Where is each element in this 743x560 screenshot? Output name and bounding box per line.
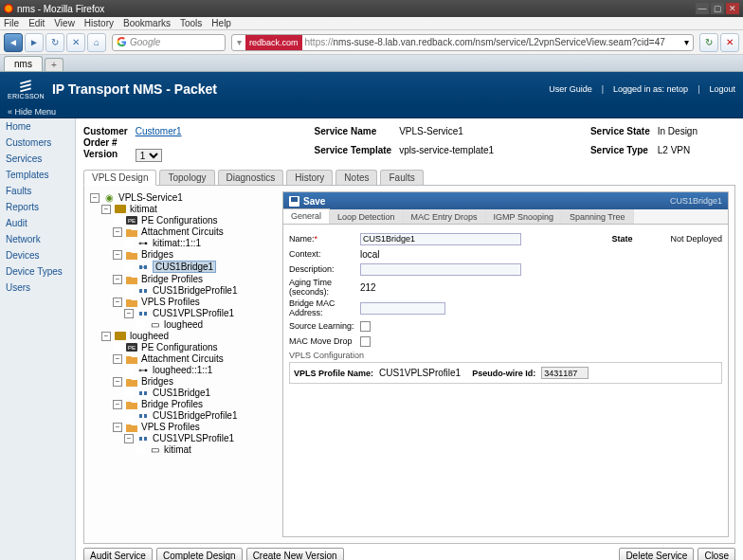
form-tab-loop[interactable]: Loop Detection [330,209,404,224]
tree-expander[interactable]: − [113,275,122,284]
menu-bookmarks[interactable]: Bookmarks [123,18,171,28]
name-input[interactable] [360,233,521,245]
form-tab-general[interactable]: General [283,208,330,224]
complete-design-button[interactable]: Complete Design [156,548,243,560]
tab-diagnostics[interactable]: Diagnostics [218,170,284,185]
tree-expander[interactable]: − [101,205,111,214]
sidebar-item-device-types[interactable]: Device Types [0,263,75,280]
close-button[interactable]: Close [698,548,735,560]
back-button[interactable]: ◄ [4,33,23,52]
sidebar-item-users[interactable]: Users [0,280,75,296]
maximize-button[interactable]: ▢ [711,3,724,14]
tab-topology[interactable]: Topology [159,170,214,185]
tree-attach-circuits[interactable]: Attachment Circuits [141,353,224,364]
tree-ne-lougheed[interactable]: lougheed [130,331,169,341]
sidebar-item-services[interactable]: Services [0,151,75,167]
sidebar-item-reports[interactable]: Reports [0,199,75,215]
tree-ne-kitimat[interactable]: kitimat [130,204,157,214]
tree-expander[interactable]: − [113,354,122,364]
logout-link[interactable]: Logout [709,84,735,94]
sidebar-item-templates[interactable]: Templates [0,167,75,183]
tree-vp2[interactable]: CUS1VPLSProfile1 [153,433,234,443]
tree-expander[interactable]: − [124,434,134,443]
close-window-button[interactable]: ✕ [726,3,739,14]
pseudowire-id-input[interactable] [541,367,589,379]
tree-expander[interactable]: − [101,332,111,341]
sidebar-item-network[interactable]: Network [0,231,75,247]
tree-bridges[interactable]: Bridges [141,376,173,387]
customer-link[interactable]: Customer1 [136,126,182,136]
url-dropdown-icon[interactable]: ▾ [680,37,693,47]
url-bar[interactable]: ▾ redback.com https://nms-suse-8.lab.van… [231,34,694,51]
forward-button[interactable]: ► [25,33,44,52]
menu-history[interactable]: History [84,18,114,28]
tree-service[interactable]: VPLS-Service1 [118,192,183,203]
search-box[interactable]: Google [112,34,226,51]
mac-move-drop-checkbox[interactable] [360,336,371,347]
tab-notes[interactable]: Notes [335,170,377,185]
tree-vpls-profiles[interactable]: VPLS Profiles [141,297,200,307]
tree-bp2[interactable]: CUS1BridgeProfile1 [153,410,238,421]
audit-service-button[interactable]: Audit Service [83,548,153,560]
user-guide-link[interactable]: User Guide [549,84,592,94]
form-tab-igmp[interactable]: IGMP Snooping [486,209,562,224]
minimize-button[interactable]: — [696,3,709,14]
tree-ac2[interactable]: lougheed::1::1 [153,365,212,375]
bridge-mac-input[interactable] [360,302,445,315]
tab-faults[interactable]: Faults [380,170,423,185]
tree-bridges[interactable]: Bridges [141,249,173,260]
tree-pe-config[interactable]: PE Configurations [141,342,218,352]
save-button[interactable]: Save [289,196,325,207]
tree-attach-circuits[interactable]: Attachment Circuits [141,226,224,237]
vpls-profile-icon [136,434,150,443]
site-identity-badge[interactable]: redback.com [245,35,302,50]
sidebar-item-faults[interactable]: Faults [0,183,75,199]
tree-expander[interactable]: − [113,423,122,432]
tree-expander[interactable]: − [124,309,134,318]
tree-ac1[interactable]: kitimat::1::1 [153,238,201,248]
reload-button[interactable]: ↻ [45,33,64,52]
tree-bridge-cus1[interactable]: CUS1Bridge1 [153,261,216,273]
tree-expander[interactable]: − [113,227,122,237]
refresh-button[interactable]: ↻ [699,33,718,52]
home-button[interactable]: ⌂ [87,33,106,52]
tree-vp2-child[interactable]: kitimat [164,444,191,455]
tree-vp1-child[interactable]: lougheed [164,319,203,330]
sidebar-item-devices[interactable]: Devices [0,247,75,263]
source-learning-checkbox[interactable] [360,321,371,332]
tree-expander[interactable]: − [113,377,122,387]
form-tab-stp[interactable]: Spanning Tree [562,209,634,224]
tree-expander[interactable]: − [113,250,122,260]
menu-view[interactable]: View [54,18,75,28]
tree-bridge-profiles[interactable]: Bridge Profiles [141,399,203,409]
create-new-version-button[interactable]: Create New Version [246,548,344,560]
tree-bp1[interactable]: CUS1BridgeProfile1 [153,285,238,296]
version-select[interactable]: 1 [136,149,162,162]
sidebar-item-audit[interactable]: Audit [0,215,75,231]
tree-expander[interactable]: − [113,298,122,307]
tree-br2[interactable]: CUS1Bridge1 [153,388,210,398]
tree-pe-config[interactable]: PE Configurations [141,215,218,226]
sidebar-item-home[interactable]: Home [0,118,75,135]
delete-service-button[interactable]: Delete Service [619,548,694,560]
form-tab-mac-drops[interactable]: MAC Entry Drops [404,209,486,224]
tree-vpls-profiles[interactable]: VPLS Profiles [141,422,200,432]
new-tab-button[interactable]: + [45,58,63,71]
menu-tools[interactable]: Tools [180,18,202,28]
tree-bridge-profiles[interactable]: Bridge Profiles [141,274,203,284]
hide-menu-toggle[interactable]: « Hide Menu [0,106,743,118]
tree-vp1[interactable]: CUS1VPLSProfile1 [153,308,234,318]
tree-expander[interactable]: − [90,193,100,203]
menu-edit[interactable]: Edit [28,18,45,28]
sidebar-item-customers[interactable]: Customers [0,135,75,151]
tree-expander[interactable]: − [113,400,122,409]
dropdown-icon[interactable]: ▾ [232,37,245,47]
description-input[interactable] [360,263,521,276]
tab-history[interactable]: History [286,170,333,185]
menu-file[interactable]: File [4,18,19,28]
tab-vpls-design[interactable]: VPLS Design [83,170,156,186]
abp-icon[interactable]: ✕ [720,33,739,52]
menu-help[interactable]: Help [211,18,231,28]
stop-button[interactable]: ✕ [66,33,85,52]
browser-tab[interactable]: nms [4,56,43,71]
